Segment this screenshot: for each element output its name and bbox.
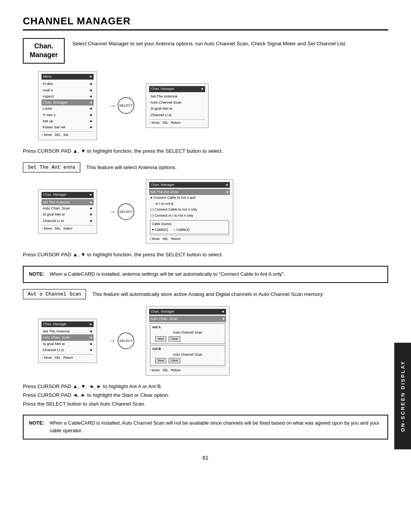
as-subtitle: Auto Chan. Scan◄ xyxy=(149,316,226,322)
ant-b-clear[interactable]: Clear xyxy=(169,358,180,363)
screen-cm-scan-left: Chan. Manager ◄ Set The Antenna◄ Auto Ch… xyxy=(38,319,97,363)
diagram-row-2: Chan. Manager ◄ Set The Antenna◄ Auto Ch… xyxy=(38,179,388,244)
auto-scan-desc: This feature will automatically store ac… xyxy=(92,291,323,297)
ant-a-buttons: Start Clear xyxy=(155,336,223,342)
auto-scan-label: Aut o Channel Scan xyxy=(23,289,86,299)
cm-channel-list: Channel Li st xyxy=(149,112,205,118)
set-antenna-desc: This feature will select Antenna options… xyxy=(86,165,177,170)
cm2-channel-list: Channel Li st◄ xyxy=(41,218,94,224)
cable-source-label: Cable Source xyxy=(152,222,227,227)
arrow-group-3: → SELECT xyxy=(108,332,134,349)
arrow-group-2: → SELECT xyxy=(108,203,134,220)
cable-opt-1: ● Cable(1) xyxy=(152,227,168,233)
press-text-2: Press CURSOR PAD ▲, ▼ to highlight funct… xyxy=(23,251,388,259)
menu-item-video: Vi deo◄ xyxy=(41,81,94,87)
cm-signal: Si gnal Met er xyxy=(149,105,205,112)
chan-manager-line2: Manager xyxy=(29,51,59,59)
screen-main-menu-title: Menu ◄ xyxy=(41,74,94,80)
cable-source-section: Cable Source ● Cable(1) ○ Cable(2) xyxy=(150,220,229,234)
cm2-signal: Si gnal Met er◄ xyxy=(41,211,94,217)
arrow-right-2: → xyxy=(108,207,116,216)
menu-item-chan-manager: Chan. Manager◄ xyxy=(41,99,94,105)
press-text-3a: Press CURSOR PAD ▲, ▼, ◄, ► to highlight… xyxy=(23,382,388,391)
note-1-text: When a CableCARD is installed, antenna s… xyxy=(49,270,285,278)
note-1-label: NOTE: xyxy=(29,270,44,278)
screen-set-antenna: Chan. Manager ◄ Set The Ant enna◄ ● Conn… xyxy=(146,179,233,244)
sa-option-1b: Ai r to Ant B xyxy=(149,201,230,207)
sa-option-2: ( ) Connect Cable to Ant A only xyxy=(149,207,230,213)
ant-a-text: Auto Channel Scan xyxy=(152,330,223,335)
note-2-text: When a CableCARD is installed, Auto Chan… xyxy=(49,419,382,435)
menu-item-timers: Ti mer s◄ xyxy=(41,112,94,118)
ant-a-clear[interactable]: Clear xyxy=(169,336,180,342)
intro-description: Select Channel Manager to set your Anten… xyxy=(72,40,346,48)
cable-opt-2: ○ Cable(2) xyxy=(173,227,189,233)
cm3-auto-scan: Auto Chan. Scan◄ xyxy=(41,334,94,340)
ant-b-section: Ant B Auto Channel Scan Start Clear xyxy=(150,345,225,366)
screen-cm-antenna-left: Chan. Manager ◄ Set The Antenna◄ Auto Ch… xyxy=(38,189,97,233)
press-text-1: Press CURSOR PAD ▲, ▼ to highlight funct… xyxy=(23,147,388,155)
cm2-auto-scan: Auto Chan. Scan◄ xyxy=(41,205,94,211)
press-text-3b: Press CURSOR PAD ◄, ► to highlight the S… xyxy=(23,391,388,400)
menu-item-locks: Locks◄ xyxy=(41,105,94,112)
press-text-3c: Press the SELECT button to start Auto Ch… xyxy=(23,400,388,409)
select-button-2: SELECT xyxy=(118,203,134,220)
screen-auto-scan-title: Chan. Manager ◄ xyxy=(149,309,226,315)
screen-set-antenna-title: Chan. Manager ◄ xyxy=(149,182,230,188)
note-2-label: NOTE: xyxy=(29,419,44,435)
arrow-right-1: → xyxy=(108,101,116,110)
screen-chan-manager: Chan. Manager ◄ Set The Antenna Auto Cha… xyxy=(146,83,209,128)
diagram-row-3: Chan. Manager ◄ Set The Antenna◄ Auto Ch… xyxy=(38,306,388,375)
screen-cm-title-2: Chan. Manager ◄ xyxy=(41,192,94,198)
cm3-signal: Si gnal Met er◄ xyxy=(41,341,94,347)
screen-chan-manager-title: Chan. Manager ◄ xyxy=(149,86,205,92)
menu-item-power-swivel: Power Swi vel◄ xyxy=(41,124,94,130)
chan-manager-label-box: Chan. Manager xyxy=(23,38,65,64)
ant-b-text: Auto Channel Scan xyxy=(152,352,223,358)
cable-options: ● Cable(1) ○ Cable(2) xyxy=(152,227,227,233)
select-button-1: SELECT xyxy=(118,97,134,114)
cm-auto-scan: Auto Channel Scan xyxy=(149,99,205,105)
ant-b-start[interactable]: Start xyxy=(155,358,166,363)
cm3-set-antenna: Set The Antenna◄ xyxy=(41,328,94,334)
menu-item-aspect: Aspect◄ xyxy=(41,93,94,99)
ant-a-section: Ant A Auto Channel Scan Start Clear xyxy=(150,323,225,344)
note-box-2: NOTE: When a CableCARD is installed, Aut… xyxy=(23,415,388,440)
select-button-3: SELECT xyxy=(118,332,134,349)
chan-manager-line1: Chan. xyxy=(29,42,59,51)
ant-a-start[interactable]: Start xyxy=(155,336,166,342)
intro-section: Chan. Manager Select Channel Manager to … xyxy=(23,38,388,64)
ant-a-label: Ant A xyxy=(152,325,223,330)
screen-main-footer: ↕ Move SEL Set . xyxy=(41,131,94,137)
arrow-group-1: → SELECT xyxy=(108,97,134,114)
sa-option-3: ( ) Connect Ai r to Ant A only xyxy=(149,213,230,219)
page-number: 61 xyxy=(23,455,388,461)
diagram-row-1: Menu ◄ Vi deo◄ Audi o◄ Aspect◄ Chan. Man… xyxy=(38,71,388,140)
cm3-channel-list: Channel Li st◄ xyxy=(41,347,94,353)
sa-subtitle: Set The Ant enna◄ xyxy=(149,189,230,195)
auto-scan-row: Aut o Channel Scan This feature will aut… xyxy=(23,289,388,299)
sa-footer: ↕ Move SEL Return xyxy=(149,235,230,241)
cm3-footer: ↕ Move SEL Return xyxy=(41,354,94,360)
press-texts-3: Press CURSOR PAD ▲, ▼, ◄, ► to highlight… xyxy=(23,382,388,409)
set-antenna-label: Set The Ant enna xyxy=(23,162,80,173)
cm2-footer: ↕ Move SEL Select xyxy=(41,225,94,231)
menu-item-audio: Audi o◄ xyxy=(41,87,94,93)
menu-item-setup: Set up◄ xyxy=(41,118,94,124)
cm-set-antenna: Set The Antenna xyxy=(149,93,205,99)
page-title: CHANNEL MANAGER xyxy=(23,15,388,30)
side-tab: ON-SCREEN DISPLAY xyxy=(394,343,411,449)
cm-footer: ↕ Move SEL Return xyxy=(149,119,205,125)
ant-b-label: Ant B xyxy=(152,347,223,351)
as-footer: ↕ Move SEL Return xyxy=(149,367,226,373)
screen-cm-scan-title: Chan. Manager ◄ xyxy=(41,321,94,328)
sa-option-1: ● Connect Cable to Ant A and xyxy=(149,195,230,201)
arrow-right-3: → xyxy=(108,336,116,345)
note-box-1: NOTE: When a CableCARD is installed, ant… xyxy=(23,266,388,283)
ant-b-buttons: Start Clear xyxy=(155,358,223,363)
screen-auto-scan: Chan. Manager ◄ Auto Chan. Scan◄ Ant A A… xyxy=(146,306,229,375)
screen-main-menu: Menu ◄ Vi deo◄ Audi o◄ Aspect◄ Chan. Man… xyxy=(38,71,97,140)
set-antenna-row: Set The Ant enna This feature will selec… xyxy=(23,162,388,173)
cm2-set-antenna: Set The Antenna◄ xyxy=(41,199,94,205)
